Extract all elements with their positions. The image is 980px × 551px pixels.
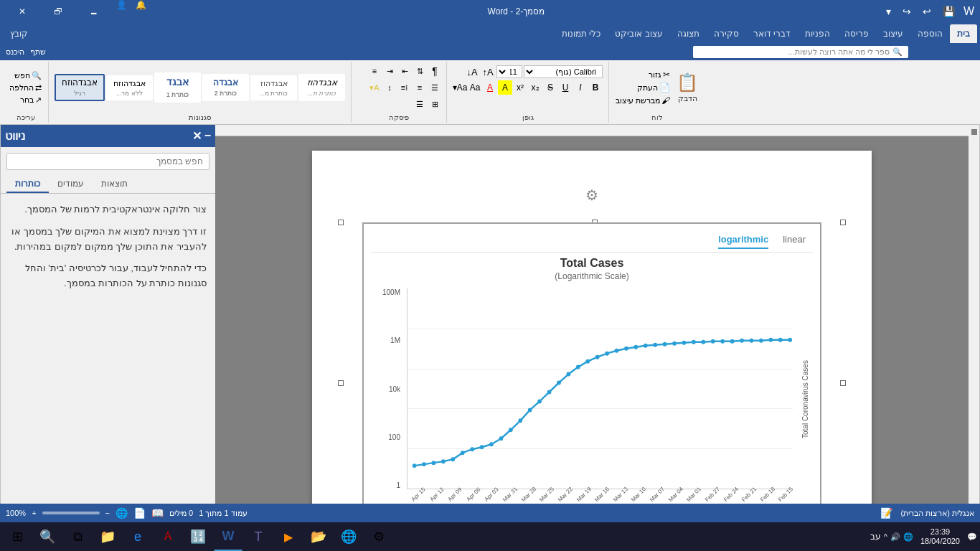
paste-button[interactable]: 📋 הדבק: [674, 70, 701, 105]
justify-button[interactable]: ⁞≡: [397, 80, 412, 95]
line-spacing-button[interactable]: ↕: [382, 80, 397, 95]
clear-format-button[interactable]: Aa: [468, 80, 482, 95]
tab-references[interactable]: הפניות: [798, 24, 837, 43]
edge-icon[interactable]: e: [123, 522, 152, 551]
font-color-button[interactable]: A: [483, 80, 497, 95]
subscript-button[interactable]: x₂: [528, 80, 542, 95]
zoom-slider[interactable]: [42, 512, 100, 514]
underline-button[interactable]: U: [558, 80, 573, 95]
tab-picture-tools[interactable]: כלי תמונות: [555, 24, 608, 43]
system-clock[interactable]: 23:39 18/04/2020: [916, 526, 964, 547]
style-heading2[interactable]: אבגדהכותרת 2: [202, 74, 249, 101]
web-layout-button[interactable]: 🌐: [116, 507, 128, 519]
user-icon[interactable]: 👤: [113, 0, 130, 23]
select-button[interactable]: ↗ בחר: [7, 95, 44, 105]
font-size-select[interactable]: 11: [496, 65, 522, 78]
minimize-button[interactable]: 🗕: [77, 0, 110, 23]
notifications-button[interactable]: 💬: [967, 532, 977, 542]
superscript-button[interactable]: x²: [513, 80, 527, 95]
system-tray-expand[interactable]: ^: [884, 532, 887, 541]
list-bullet-button[interactable]: ☰: [413, 97, 427, 111]
sidebar-tab-pages[interactable]: עמודים: [49, 176, 93, 193]
settings-icon[interactable]: ⚙: [364, 522, 393, 551]
highlight-button[interactable]: A: [498, 80, 512, 95]
sidebar-tab-results[interactable]: תוצאות: [93, 176, 136, 193]
style-heading1[interactable]: אבגדכותרת 1: [154, 72, 201, 103]
quick-undo[interactable]: ↩: [920, 4, 934, 19]
bold-button[interactable]: B: [588, 80, 603, 95]
tab-insert[interactable]: הוספה: [910, 24, 950, 43]
align-left-button[interactable]: ≡: [413, 80, 427, 95]
align-right-button[interactable]: ≡: [367, 64, 382, 78]
quick-redo[interactable]: ↪: [900, 4, 914, 19]
acrobat-icon[interactable]: A: [154, 522, 182, 551]
grow-font-button[interactable]: A↑: [481, 65, 495, 79]
format-painter-button[interactable]: 🖌 מברשת עיצוב: [613, 95, 672, 106]
notification-icon[interactable]: 🔔: [133, 0, 149, 23]
tab-format-object[interactable]: עצוב אוביקט: [608, 24, 669, 43]
tab-design[interactable]: עיצוב: [876, 24, 910, 43]
borders-button[interactable]: ⊞: [428, 97, 442, 111]
resize-handle-tl[interactable]: [338, 220, 344, 225]
italic-button[interactable]: I: [573, 80, 588, 95]
print-layout-button[interactable]: 📄: [133, 507, 146, 519]
search-button[interactable]: 🔍: [33, 522, 62, 551]
signin-button[interactable]: היכנס: [6, 47, 24, 57]
tab-home[interactable]: בית: [950, 24, 977, 43]
tab-layout[interactable]: פריסה: [837, 24, 876, 43]
resize-handle-mr[interactable]: [840, 380, 846, 386]
sidebar-tab-headings[interactable]: כותרות: [6, 176, 49, 193]
style-title[interactable]: אבגדהוזכותרת ת...: [298, 74, 345, 101]
replace-button[interactable]: ⇄ החלפה: [7, 83, 44, 93]
language-indicator[interactable]: אנגלית (ארצות הברית): [901, 509, 974, 518]
chrome-icon[interactable]: 🌐: [334, 522, 363, 551]
maximize-button[interactable]: 🗗: [42, 0, 75, 23]
resize-handle-ml[interactable]: [338, 380, 344, 386]
quick-save[interactable]: 💾: [940, 4, 958, 19]
paragraph-mark-button[interactable]: ¶: [428, 64, 442, 78]
outdent-button[interactable]: ⇥: [382, 64, 397, 78]
chart-tab-logarithmic[interactable]: logarithmic: [718, 234, 768, 249]
style-heading3[interactable]: אבגדהוזכותרת מ...: [250, 75, 297, 100]
read-mode-button[interactable]: 📖: [151, 507, 164, 519]
zoom-out-button[interactable]: −: [105, 509, 110, 517]
explorer-icon2[interactable]: 📂: [304, 522, 333, 551]
spelling-icon[interactable]: 📝: [880, 507, 892, 519]
chart-tab-linear[interactable]: linear: [783, 234, 806, 249]
calculator-icon[interactable]: 🔢: [184, 522, 212, 551]
tab-review[interactable]: סקירה: [707, 24, 746, 43]
sidebar-collapse-button[interactable]: −: [204, 129, 211, 143]
align-center-button[interactable]: ☰: [428, 80, 442, 95]
shading-button[interactable]: A▾: [367, 80, 382, 95]
shrink-font-button[interactable]: A↓: [465, 65, 479, 79]
cut-button[interactable]: ✂ גזור: [613, 69, 672, 80]
vlc-icon[interactable]: ▶: [274, 522, 303, 551]
word-taskbar-icon[interactable]: W: [214, 522, 242, 551]
doc-scroll-area[interactable]: ⚙ linear logarit: [215, 125, 969, 504]
close-button[interactable]: ✕: [6, 0, 39, 23]
file-explorer-icon[interactable]: 📁: [93, 522, 122, 551]
strikethrough-button[interactable]: S: [543, 80, 557, 95]
find-button[interactable]: 🔍 חפש: [7, 70, 44, 81]
volume-icon[interactable]: 🔊: [890, 532, 900, 542]
search-hint[interactable]: ספר לי מה אתה רוצה לעשות...: [788, 47, 890, 57]
sidebar-close-button[interactable]: ✕: [192, 129, 202, 143]
start-button[interactable]: ⊞: [3, 522, 32, 551]
zoom-level[interactable]: 100%: [6, 509, 26, 517]
indent-button[interactable]: ⇤: [397, 64, 412, 78]
keyboard-icon[interactable]: עב: [870, 532, 881, 542]
font-name-select[interactable]: Calibri (גוף): [524, 65, 603, 78]
zoom-in-button[interactable]: +: [32, 509, 36, 517]
style-no-spacing[interactable]: אבגדהוזחללא מר...: [106, 75, 153, 100]
style-normal[interactable]: אבגדהוזחרגיל: [55, 74, 105, 101]
network-icon[interactable]: 🌐: [903, 532, 913, 542]
resize-handle-tr[interactable]: [840, 220, 846, 225]
copy-button[interactable]: 📄 העתק: [613, 82, 672, 93]
taskview-button[interactable]: ⧉: [63, 522, 92, 551]
share-button[interactable]: שתף: [30, 47, 46, 57]
tab-view[interactable]: תצוגה: [670, 24, 707, 43]
tab-file[interactable]: קובץ: [3, 24, 35, 43]
show-formatting-button[interactable]: ⇅: [413, 64, 427, 78]
teams-icon[interactable]: T: [244, 522, 273, 551]
tab-mail[interactable]: דברי דואר: [746, 24, 798, 43]
